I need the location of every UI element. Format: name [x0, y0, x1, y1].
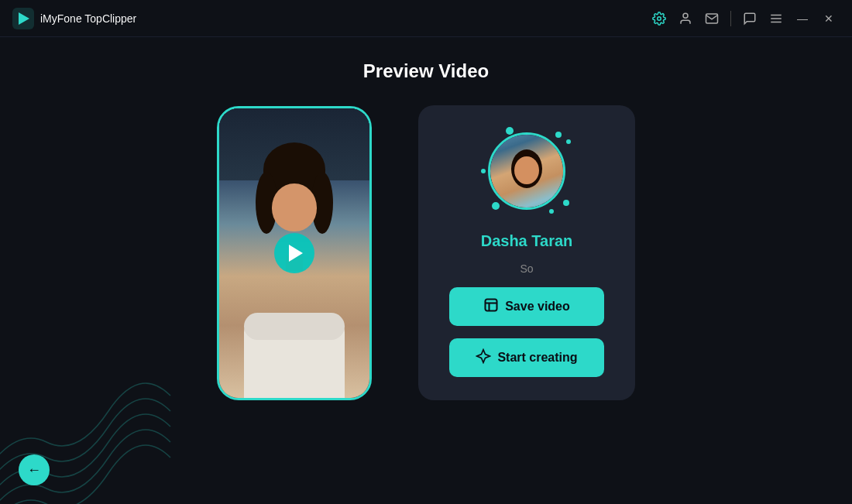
avatar-dot-5 [549, 209, 554, 214]
profile-subtitle: So [520, 262, 533, 275]
save-video-label: Save video [505, 300, 570, 314]
save-video-icon [483, 297, 499, 317]
back-button[interactable]: ← [19, 454, 50, 485]
app-logo-icon [12, 8, 34, 29]
user-icon[interactable] [675, 8, 696, 29]
start-creating-icon [476, 348, 491, 368]
start-creating-label: Start creating [497, 351, 577, 365]
page-title: Preview Video [363, 60, 489, 82]
minimize-button[interactable]: — [792, 8, 813, 29]
avatar-image [490, 135, 563, 207]
svg-point-3 [683, 13, 688, 18]
app-title: iMyFone TopClipper [40, 12, 136, 25]
menu-icon[interactable] [765, 8, 787, 29]
svg-rect-7 [486, 299, 497, 310]
main-content: Preview Video [0, 37, 852, 504]
avatar-dot-3 [566, 139, 571, 144]
settings-icon[interactable] [648, 8, 670, 29]
content-area: Dasha Taran So Save video [0, 105, 852, 400]
profile-card: Dasha Taran So Save video [418, 105, 635, 400]
avatar-ring [488, 132, 565, 210]
play-triangle-icon [289, 245, 303, 262]
start-creating-button[interactable]: Start creating [449, 338, 604, 377]
titlebar: iMyFone TopClipper [0, 0, 852, 37]
save-video-button[interactable]: Save video [449, 287, 604, 326]
chat-icon[interactable] [739, 8, 761, 29]
mail-icon[interactable] [701, 8, 723, 29]
svg-point-2 [658, 16, 661, 20]
profile-name: Dasha Taran [481, 232, 573, 250]
avatar-dot-1 [506, 127, 514, 135]
phone-face [272, 183, 317, 231]
avatar-wrapper [484, 129, 569, 214]
phone-mockup [217, 106, 372, 400]
phone-arms [244, 313, 345, 340]
avatar-dot-4 [563, 200, 569, 206]
titlebar-separator [730, 11, 731, 26]
back-arrow-icon: ← [27, 462, 41, 478]
play-button[interactable] [274, 233, 314, 273]
avatar-dot-7 [481, 169, 486, 173]
titlebar-right: — ✕ [648, 8, 840, 29]
titlebar-left: iMyFone TopClipper [12, 8, 136, 29]
close-button[interactable]: ✕ [818, 8, 840, 29]
